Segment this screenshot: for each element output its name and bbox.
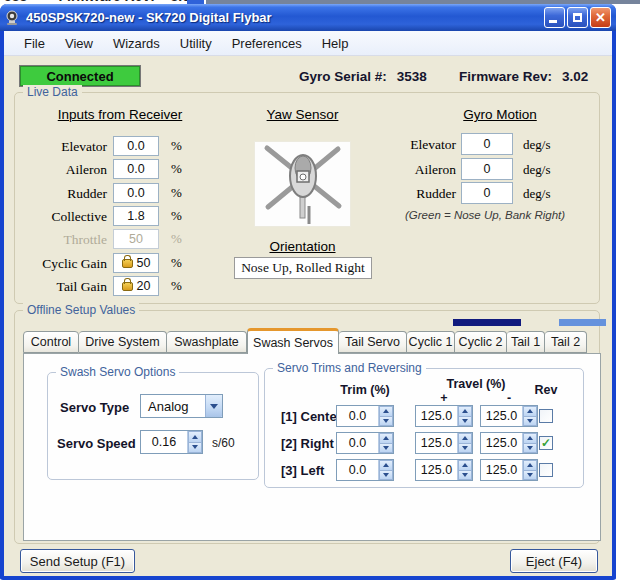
rev-checkbox-right[interactable]: ✓ — [539, 436, 553, 450]
gyro-value-elevator: 0 — [461, 133, 513, 155]
input-unit-cyclic-gain: % — [171, 255, 182, 271]
input-value-tail-gain: 20 — [113, 276, 159, 296]
yaw-sensor-display — [254, 141, 351, 227]
trim-stepper-right[interactable]: 0.0 — [336, 432, 394, 454]
orientation-value: Nose Up, Rolled Right — [234, 257, 372, 279]
app-window: 450SPSK720-new - SK720 Digital Flybar ✕ … — [0, 4, 616, 580]
spinner-up-icon — [527, 436, 533, 440]
dropdown-button[interactable] — [205, 395, 222, 417]
gyro-label-rudder: Rudder — [356, 186, 456, 202]
input-value-collective: 1.8 — [113, 206, 159, 226]
tab-swashplate[interactable]: Swashplate — [167, 331, 247, 353]
travel-plus-stepper-left[interactable]: 125.0 — [415, 459, 473, 481]
gyro-serial-label: Gyro Serial #: — [299, 69, 387, 84]
eject-button[interactable]: Eject (F4) — [510, 549, 598, 573]
lock-icon — [122, 282, 133, 291]
spinner-down-icon — [383, 473, 389, 477]
swash-servo-options-group: Swash Servo Options Servo Type Analog Se… — [47, 372, 259, 480]
input-unit-tail-gain: % — [171, 278, 182, 294]
swash-servos-panel: Swash Servo Options Servo Type Analog Se… — [23, 353, 601, 541]
input-label-aileron: Aileron — [15, 162, 107, 178]
servo-row-label-center: [1] Center — [281, 409, 342, 424]
tab-tail-2[interactable]: Tail 2 — [545, 331, 587, 353]
tab-cyclic-1[interactable]: Cyclic 1 — [407, 331, 455, 353]
gyro-unit-elevator: deg/s — [523, 137, 550, 153]
input-label-collective: Collective — [15, 209, 107, 225]
live-data-group-label: Live Data — [23, 85, 82, 99]
input-label-tail-gain: Tail Gain — [15, 279, 107, 295]
servo-speed-value[interactable]: 0.16 — [141, 431, 187, 453]
travel-minus-stepper-right[interactable]: 125.0 — [480, 432, 538, 454]
trim-stepper-center[interactable]: 0.0 — [336, 405, 394, 427]
input-label-elevator: Elevator — [15, 139, 107, 155]
tab-drive-system[interactable]: Drive System — [79, 331, 167, 353]
spinner-down-button[interactable] — [188, 443, 202, 454]
yaw-sensor-heading: Yaw Sensor — [240, 107, 365, 122]
maximize-icon — [573, 13, 582, 22]
servo-speed-stepper[interactable]: 0.16 — [140, 430, 203, 454]
chevron-down-icon — [210, 404, 218, 409]
spinner-up-icon — [383, 463, 389, 467]
input-value-elevator: 0.0 — [113, 136, 159, 156]
input-value-cyclic-gain: 50 — [113, 253, 159, 273]
input-unit-collective: % — [171, 208, 182, 224]
input-label-cyclic-gain: Cyclic Gain — [15, 256, 107, 272]
live-data-group: Live Data Inputs from Receiver Elevator … — [14, 92, 600, 304]
tab-control[interactable]: Control — [23, 331, 79, 353]
menu-wizards[interactable]: Wizards — [103, 33, 170, 54]
servo-trims-label: Servo Trims and Reversing — [273, 361, 426, 375]
input-unit-throttle: % — [171, 231, 182, 247]
travel-minus-stepper-center[interactable]: 125.0 — [480, 405, 538, 427]
orientation-heading: Orientation — [240, 239, 365, 254]
travel-minus-stepper-left[interactable]: 125.0 — [480, 459, 538, 481]
close-icon: ✕ — [595, 11, 606, 24]
travel-minus-header: - — [502, 391, 516, 405]
spinner-up-icon — [383, 436, 389, 440]
menu-help[interactable]: Help — [312, 33, 359, 54]
rev-checkbox-left[interactable]: ✓ — [539, 463, 553, 477]
gyro-unit-rudder: deg/s — [523, 186, 550, 202]
maximize-button[interactable] — [567, 7, 588, 28]
send-setup-button[interactable]: Send Setup (F1) — [20, 549, 135, 573]
app-gyro-icon — [5, 10, 22, 26]
spinner-down-icon — [527, 473, 533, 477]
connection-status-badge: Connected — [20, 66, 140, 86]
input-label-throttle: Throttle — [15, 232, 107, 248]
travel-plus-stepper-center[interactable]: 125.0 — [415, 405, 473, 427]
gyro-value-rudder: 0 — [461, 182, 513, 204]
spinner-down-icon — [527, 446, 533, 450]
spinner-up-button[interactable] — [188, 431, 202, 443]
gyro-serial-value: 3538 — [397, 69, 427, 84]
servo-type-dropdown[interactable]: Analog — [140, 394, 223, 418]
menu-preferences[interactable]: Preferences — [222, 33, 312, 54]
spinner-up-icon — [383, 409, 389, 413]
tab-tail-1[interactable]: Tail 1 — [507, 331, 545, 353]
menu-utility[interactable]: Utility — [170, 33, 222, 54]
menu-file[interactable]: File — [14, 33, 55, 54]
travel-plus-stepper-right[interactable]: 125.0 — [415, 432, 473, 454]
minimize-button[interactable] — [544, 7, 565, 28]
spinner-down-icon — [462, 419, 468, 423]
tab-indicator-light — [559, 319, 606, 326]
travel-column-header: Travel (%) — [436, 377, 516, 391]
servo-row-label-left: [3] Left — [281, 463, 324, 478]
menu-view[interactable]: View — [55, 33, 103, 54]
gyro-label-aileron: Aileron — [356, 162, 456, 178]
lock-icon — [122, 259, 133, 268]
input-value-aileron: 0.0 — [113, 159, 159, 179]
tab-cyclic-2[interactable]: Cyclic 2 — [455, 331, 507, 353]
servo-speed-label: Servo Speed — [57, 436, 136, 451]
trim-stepper-left[interactable]: 0.0 — [336, 459, 394, 481]
helicopter-top-view-icon — [255, 142, 350, 226]
tab-swash-servos[interactable]: Swash Servos — [247, 328, 339, 354]
gyro-unit-aileron: deg/s — [523, 162, 550, 178]
rev-checkbox-center[interactable]: ✓ — [539, 409, 553, 423]
spinner-down-icon — [462, 446, 468, 450]
servo-speed-unit: s/60 — [212, 436, 235, 450]
tab-tail-servo[interactable]: Tail Servo — [339, 331, 407, 353]
servo-type-label: Servo Type — [60, 400, 129, 415]
servo-type-value: Analog — [141, 399, 205, 414]
spinner-down-icon — [383, 446, 389, 450]
spinner-down-icon — [192, 445, 198, 449]
close-button[interactable]: ✕ — [590, 7, 611, 28]
